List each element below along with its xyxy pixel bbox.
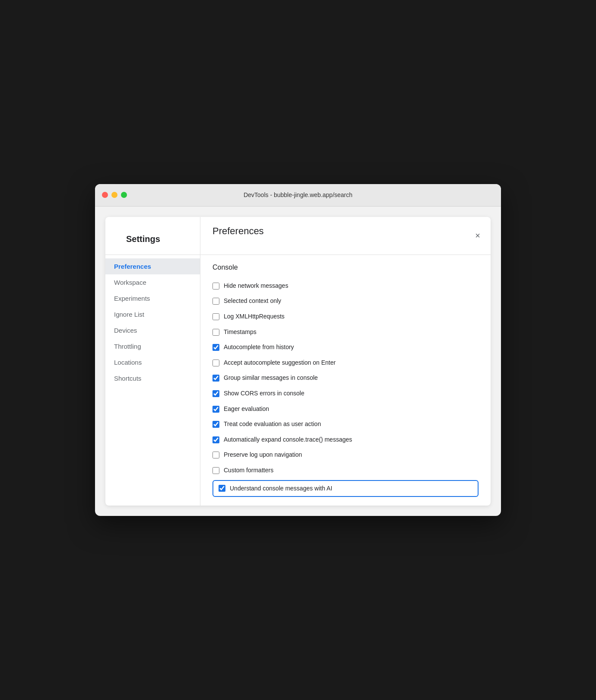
checkbox-hide-network-input[interactable] [212, 283, 219, 290]
titlebar-title: DevTools - bubble-jingle.web.app/search [244, 191, 352, 198]
close-button[interactable]: × [473, 229, 482, 242]
sidebar-item-preferences[interactable]: Preferences [105, 258, 200, 274]
ai-checkbox-row: Understand console messages with AI [212, 480, 479, 497]
checkbox-eager-evaluation: Eager evaluation [212, 401, 479, 417]
checkbox-eager-evaluation-label[interactable]: Eager evaluation [224, 405, 269, 414]
checkbox-hide-network-label[interactable]: Hide network messages [224, 282, 288, 290]
sidebar-item-locations[interactable]: Locations [105, 354, 200, 370]
sidebar-item-throttling[interactable]: Throttling [105, 338, 200, 354]
checkbox-selected-context-label[interactable]: Selected context only [224, 297, 281, 305]
checkbox-auto-expand-input[interactable] [212, 436, 219, 443]
checkbox-timestamps: Timestamps [212, 325, 479, 340]
checkbox-autocomplete-history-label[interactable]: Autocomplete from history [224, 343, 294, 352]
checkbox-preserve-log: Preserve log upon navigation [212, 447, 479, 463]
checkbox-treat-code: Treat code evaluation as user action [212, 417, 479, 432]
checkbox-hide-network: Hide network messages [212, 278, 479, 294]
checkbox-understand-ai-label[interactable]: Understand console messages with AI [230, 484, 332, 493]
checkbox-log-xmlhttp-input[interactable] [212, 313, 219, 320]
maximize-traffic-light[interactable] [121, 192, 127, 198]
sidebar-item-shortcuts[interactable]: Shortcuts [105, 370, 200, 386]
checkbox-show-cors-label[interactable]: Show CORS errors in console [224, 389, 304, 398]
content-area: Console Hide network messages Selected c… [200, 255, 491, 506]
checkbox-treat-code-label[interactable]: Treat code evaluation as user action [224, 420, 321, 429]
checkbox-eager-evaluation-input[interactable] [212, 406, 219, 413]
titlebar: DevTools - bubble-jingle.web.app/search [95, 184, 501, 207]
sidebar-item-devices[interactable]: Devices [105, 322, 200, 338]
checkbox-group-similar-input[interactable] [212, 375, 219, 382]
checkbox-auto-expand: Automatically expand console.trace() mes… [212, 432, 479, 448]
checkbox-autocomplete-history: Autocomplete from history [212, 340, 479, 355]
checkbox-selected-context: Selected context only [212, 293, 479, 309]
checkbox-preserve-log-input[interactable] [212, 452, 219, 458]
sidebar-item-experiments[interactable]: Experiments [105, 290, 200, 306]
checkbox-custom-formatters-label[interactable]: Custom formatters [224, 466, 273, 475]
sidebar-item-ignore-list[interactable]: Ignore List [105, 306, 200, 322]
checkbox-custom-formatters: Custom formatters [212, 463, 479, 478]
checkbox-understand-ai-input[interactable] [219, 485, 225, 492]
checkbox-custom-formatters-input[interactable] [212, 467, 219, 474]
settings-label: Settings [116, 226, 190, 249]
section-title: Console [212, 264, 479, 271]
checkbox-accept-autocomplete-label[interactable]: Accept autocomplete suggestion on Enter [224, 359, 336, 367]
devtools-window: DevTools - bubble-jingle.web.app/search … [95, 184, 501, 516]
checkbox-show-cors-input[interactable] [212, 390, 219, 397]
traffic-lights [102, 192, 127, 198]
checkbox-group-similar-label[interactable]: Group similar messages in console [224, 374, 318, 382]
checkbox-log-xmlhttp-label[interactable]: Log XMLHttpRequests [224, 312, 285, 321]
content-scroll[interactable]: Console Hide network messages Selected c… [200, 255, 491, 506]
dialog-title: Preferences [212, 226, 479, 237]
sidebar-item-workspace[interactable]: Workspace [105, 274, 200, 290]
minimize-traffic-light[interactable] [111, 192, 117, 198]
checkbox-treat-code-input[interactable] [212, 421, 219, 428]
checkbox-group-similar: Group similar messages in console [212, 370, 479, 386]
checkbox-timestamps-input[interactable] [212, 329, 219, 336]
checkbox-accept-autocomplete: Accept autocomplete suggestion on Enter [212, 355, 479, 371]
settings-dialog: Settings Preferences × Preferences Works… [105, 217, 491, 506]
checkbox-accept-autocomplete-input[interactable] [212, 360, 219, 366]
checkbox-autocomplete-history-input[interactable] [212, 344, 219, 351]
checkbox-show-cors: Show CORS errors in console [212, 386, 479, 401]
checkbox-selected-context-input[interactable] [212, 298, 219, 305]
sidebar: Preferences Workspace Experiments Ignore… [105, 255, 200, 506]
checkbox-preserve-log-label[interactable]: Preserve log upon navigation [224, 451, 302, 459]
close-traffic-light[interactable] [102, 192, 108, 198]
checkbox-auto-expand-label[interactable]: Automatically expand console.trace() mes… [224, 436, 352, 444]
checkbox-timestamps-label[interactable]: Timestamps [224, 328, 257, 337]
checkbox-log-xmlhttp: Log XMLHttpRequests [212, 309, 479, 325]
